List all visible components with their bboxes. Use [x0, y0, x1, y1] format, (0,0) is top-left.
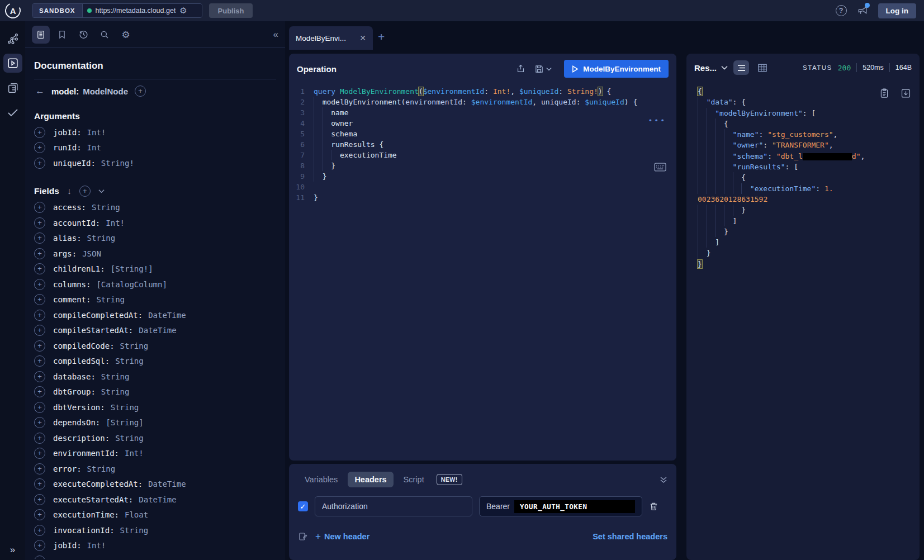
field-type[interactable]: JSON [82, 249, 101, 258]
field-name[interactable]: dbtGroup: [53, 387, 96, 396]
field-name[interactable]: environmentId: [53, 449, 119, 458]
add-field-icon[interactable]: + [34, 340, 45, 352]
field-type[interactable]: String [115, 357, 144, 366]
back-icon[interactable]: ← [35, 86, 45, 97]
explorer-icon[interactable] [3, 54, 22, 73]
add-field-icon[interactable]: + [34, 417, 45, 428]
publish-button[interactable]: Publish [209, 3, 253, 18]
response-title[interactable]: Res... [694, 63, 728, 73]
field-type[interactable]: String [96, 295, 125, 304]
field-type[interactable]: Int! [125, 449, 144, 458]
endpoint-url[interactable]: https://metadata.cloud.get [96, 7, 176, 15]
checks-icon[interactable] [3, 103, 22, 122]
edit-document-icon[interactable] [298, 531, 307, 542]
field-item[interactable]: +compileStartedAt:DateTime [34, 323, 276, 339]
field-item[interactable]: + [34, 553, 276, 559]
query-editor[interactable]: 1query ModelByEnvironment($environmentId… [289, 84, 676, 203]
field-item[interactable]: +columns:[CatalogColumn] [34, 277, 276, 292]
field-type[interactable]: String [120, 341, 149, 350]
field-type[interactable]: DateTime [139, 495, 176, 504]
field-type[interactable]: Int! [87, 541, 106, 550]
add-field-icon[interactable]: + [34, 433, 45, 444]
field-name[interactable]: error: [53, 464, 82, 473]
field-item[interactable]: +database:String [34, 369, 276, 385]
field-type[interactable]: [String] [106, 418, 143, 427]
field-item[interactable]: +uniqueId:String! [34, 155, 276, 171]
field-item[interactable]: +description:String [34, 430, 276, 446]
delete-header-icon[interactable] [649, 501, 658, 511]
field-item[interactable]: +invocationId:String [34, 523, 276, 538]
saved-operations-icon[interactable] [53, 26, 71, 44]
add-all-fields-icon[interactable]: + [79, 186, 91, 197]
field-name[interactable]: compileStartedAt: [53, 326, 133, 335]
field-name[interactable]: executeCompletedAt: [53, 480, 143, 488]
add-field-icon[interactable]: + [34, 217, 45, 229]
field-name[interactable]: database: [53, 372, 96, 381]
field-type[interactable]: String [101, 387, 130, 396]
table-view-icon[interactable] [755, 60, 770, 75]
header-key-input[interactable] [315, 496, 472, 516]
set-shared-headers-link[interactable]: Set shared headers [593, 532, 667, 541]
field-item[interactable]: +args:JSON [34, 246, 276, 262]
field-name[interactable]: executionTime: [53, 510, 119, 519]
add-field-icon[interactable]: + [34, 525, 45, 536]
add-field-icon[interactable]: + [34, 263, 45, 274]
save-operation-button[interactable] [534, 64, 552, 74]
field-type[interactable]: String [111, 403, 139, 412]
field-item[interactable]: +executeCompletedAt:DateTime [34, 477, 276, 492]
add-field-icon[interactable]: + [34, 158, 45, 169]
add-field-icon[interactable]: + [34, 248, 45, 259]
field-type[interactable]: DateTime [148, 311, 186, 320]
field-name[interactable]: jobId: [53, 541, 82, 550]
collapse-docs-icon[interactable]: « [273, 29, 278, 40]
add-field-icon[interactable]: + [34, 448, 45, 459]
field-item[interactable]: +runId:Int [34, 140, 276, 156]
field-item[interactable]: +compiledSql:String [34, 354, 276, 369]
field-item[interactable]: +environmentId:Int! [34, 446, 276, 462]
endpoint-url-field[interactable]: https://metadata.cloud.get ⚙ [83, 4, 202, 17]
field-name[interactable]: dependsOn: [53, 418, 100, 427]
field-type[interactable]: String [115, 434, 144, 443]
add-field-icon[interactable]: + [34, 478, 45, 490]
keyboard-shortcuts-icon[interactable] [654, 163, 666, 172]
copy-response-icon[interactable] [880, 88, 889, 98]
editor-overflow-menu-icon[interactable]: ••• [648, 116, 666, 125]
add-model-icon[interactable]: + [135, 86, 146, 97]
field-item[interactable]: +dbtGroup:String [34, 385, 276, 400]
add-field-icon[interactable]: + [34, 279, 45, 290]
collections-icon[interactable] [3, 78, 22, 97]
add-field-icon[interactable]: + [34, 325, 45, 336]
field-name[interactable]: jobId: [53, 128, 82, 137]
operation-tab[interactable]: ModelByEnvi... ✕ [289, 26, 373, 50]
field-item[interactable]: +executeStartedAt:DateTime [34, 492, 276, 507]
field-type[interactable]: String [92, 203, 120, 212]
add-field-icon[interactable]: + [34, 463, 45, 474]
tab-headers[interactable]: Headers [348, 472, 393, 487]
field-item[interactable]: +access:String [34, 200, 276, 216]
field-item[interactable]: +comment:String [34, 292, 276, 308]
field-item[interactable]: +alias:String [34, 231, 276, 246]
field-name[interactable]: accountId: [53, 219, 100, 227]
add-field-icon[interactable]: + [34, 402, 45, 413]
field-name[interactable]: childrenL1: [53, 264, 105, 273]
field-item[interactable]: +executionTime:Float [34, 507, 276, 523]
field-item[interactable]: +error:String [34, 461, 276, 477]
tab-script[interactable]: Script [397, 472, 431, 487]
field-item[interactable]: +jobId:Int! [34, 125, 276, 140]
response-json[interactable]: {"data": {"modelByEnvironment": [{"name"… [686, 82, 920, 269]
apollo-logo[interactable]: A [3, 1, 23, 21]
field-name[interactable]: columns: [53, 280, 91, 289]
fields-options-chevron-icon[interactable] [98, 189, 105, 193]
field-name[interactable]: compileCompletedAt: [53, 311, 143, 320]
field-name[interactable]: args: [53, 249, 77, 258]
field-type[interactable]: DateTime [139, 326, 176, 335]
add-field-icon[interactable]: + [34, 355, 45, 367]
add-field-icon[interactable]: + [34, 127, 45, 138]
add-field-icon[interactable]: + [34, 509, 45, 520]
expand-rail-icon[interactable]: » [0, 544, 25, 556]
field-name[interactable]: runId: [53, 143, 82, 152]
field-item[interactable]: +childrenL1:[String!] [34, 262, 276, 277]
field-name[interactable]: dbtVersion: [53, 403, 105, 412]
header-value-input[interactable]: Bearer YOUR_AUTH_TOKEN [479, 496, 642, 516]
share-operation-icon[interactable] [516, 64, 525, 74]
